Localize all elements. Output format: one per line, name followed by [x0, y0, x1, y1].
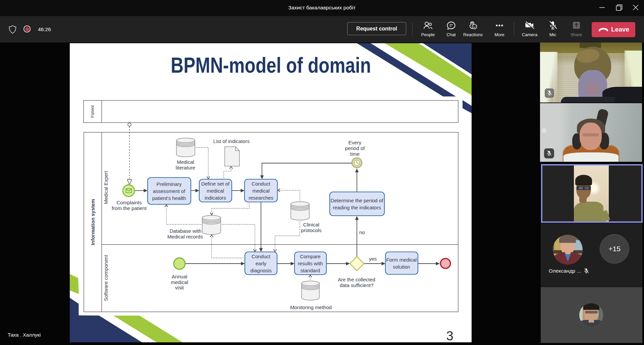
- svg-text:Monitoring method: Monitoring method: [290, 304, 332, 310]
- svg-text:Determine the period of: Determine the period of: [331, 198, 384, 203]
- svg-text:medical: medical: [207, 188, 224, 194]
- svg-text:medical: medical: [252, 188, 270, 194]
- svg-text:researches: researches: [249, 195, 273, 201]
- svg-text:from the patient: from the patient: [112, 205, 147, 211]
- svg-text:indicators: indicators: [205, 195, 226, 201]
- svg-text:medical: medical: [171, 279, 188, 285]
- svg-text:Compare: Compare: [300, 254, 321, 259]
- svg-text:period of: period of: [345, 145, 365, 151]
- svg-text:diagnosis: diagnosis: [250, 268, 271, 273]
- svg-text:data sufficient?: data sufficient?: [340, 282, 374, 288]
- svg-text:early: early: [256, 261, 267, 266]
- svg-text:standard: standard: [301, 268, 320, 273]
- svg-text:Patient: Patient: [90, 105, 95, 118]
- svg-text:protocols: protocols: [301, 227, 322, 233]
- svg-text:solution: solution: [393, 264, 410, 270]
- svg-text:Form medical: Form medical: [386, 257, 417, 263]
- svg-text:3: 3: [446, 329, 453, 342]
- svg-text:Database with: Database with: [169, 228, 201, 234]
- svg-text:literature: literature: [176, 165, 195, 170]
- svg-text:List of indicators: List of indicators: [213, 138, 250, 144]
- svg-text:time: time: [350, 151, 360, 157]
- svg-text:Conduct: Conduct: [252, 254, 271, 259]
- svg-text:results with: results with: [298, 261, 323, 266]
- svg-text:Medical: Medical: [177, 159, 194, 165]
- svg-text:Medical records: Medical records: [167, 234, 203, 239]
- svg-text:Medical Expert: Medical Expert: [103, 171, 109, 204]
- svg-text:no: no: [359, 229, 365, 235]
- svg-text:Preliminary: Preliminary: [156, 181, 182, 187]
- svg-text:Software component: Software component: [103, 255, 109, 301]
- svg-text:patient's health: patient's health: [152, 195, 186, 201]
- svg-text:Every: Every: [348, 140, 362, 145]
- svg-text:assessment of: assessment of: [153, 188, 186, 194]
- svg-text:yes: yes: [369, 256, 377, 262]
- svg-text:Information system: Information system: [90, 199, 96, 245]
- svg-text:Conduct: Conduct: [252, 181, 271, 187]
- svg-text:BPMN-model of domain: BPMN-model of domain: [171, 53, 371, 77]
- svg-text:Define set of: Define set of: [201, 181, 230, 187]
- svg-text:Are the collected: Are the collected: [338, 277, 375, 282]
- svg-text:reading the indicators: reading the indicators: [333, 205, 381, 210]
- svg-text:Complaints: Complaints: [116, 200, 142, 205]
- svg-text:Clinical: Clinical: [303, 222, 319, 227]
- svg-text:visit: visit: [175, 285, 184, 290]
- svg-text:Annual: Annual: [172, 274, 187, 279]
